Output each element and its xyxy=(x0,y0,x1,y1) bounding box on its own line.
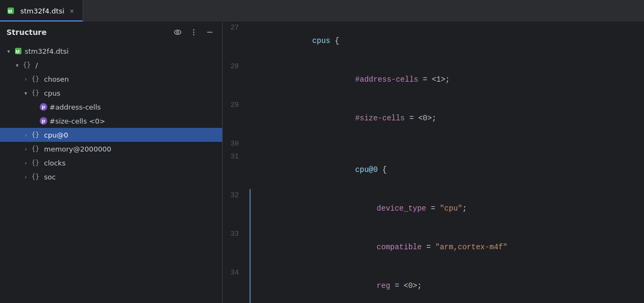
code-line-30: 30 xyxy=(223,138,644,150)
code-line-27: 27 cpus { xyxy=(223,21,644,60)
code-line-31: 31 cpu@0 { xyxy=(223,150,644,189)
tree-arrow-root xyxy=(4,47,13,55)
gutter-30 xyxy=(250,138,254,150)
tree-item-soc[interactable]: {} soc xyxy=(0,170,222,184)
code-line-29: 29 #size-cells = <0>; xyxy=(223,99,644,138)
braces-icon-clocks: {} xyxy=(31,158,40,167)
line-num-32: 32 xyxy=(223,189,250,228)
tab-bar: M stm32f4.dtsi × xyxy=(0,0,644,21)
tree-item-address-cells[interactable]: p #address-cells xyxy=(0,100,222,114)
braces-icon-cpu0: {} xyxy=(31,131,40,139)
tree-label-root-file: stm32f4.dtsi xyxy=(25,47,69,55)
tab-close-button[interactable]: × xyxy=(68,6,76,15)
tree-arrow-slash xyxy=(13,61,21,69)
gutter-34 xyxy=(250,266,254,303)
svg-point-2 xyxy=(174,30,181,34)
braces-icon-chosen: {} xyxy=(31,75,40,83)
svg-point-4 xyxy=(193,29,194,30)
more-options-icon-button[interactable] xyxy=(188,26,200,38)
sidebar-actions xyxy=(172,26,216,38)
prop-icon-address-cells: p xyxy=(40,103,47,111)
code-line-28: 28 #address-cells = <1>; xyxy=(223,60,644,99)
tree-label-address-cells: #address-cells xyxy=(49,103,101,111)
tree-arrow-memory xyxy=(21,145,30,153)
tree-item-memory[interactable]: {} memory@2000000 xyxy=(0,142,222,156)
braces-icon-memory: {} xyxy=(31,145,40,153)
tree-item-root-slash[interactable]: {} / xyxy=(0,58,222,72)
svg-point-6 xyxy=(193,34,194,35)
dtsi-icon: M xyxy=(14,47,23,55)
code-line-33: 33 compatible = "arm,cortex-m4f" xyxy=(223,228,644,266)
tree-arrow-chosen xyxy=(21,75,30,83)
line-content-34: reg = <0>; xyxy=(254,266,644,303)
tree-item-clocks[interactable]: {} clocks xyxy=(0,156,222,170)
tree-item-cpu0[interactable]: {} cpu@0 xyxy=(0,128,222,142)
code-line-32: 32 device_type = "cpu"; xyxy=(223,189,644,228)
tab-label: stm32f4.dtsi xyxy=(20,7,64,15)
braces-icon-slash: {} xyxy=(23,61,31,69)
editor-content[interactable]: 27 cpus { 28 #address-cells = <1>; xyxy=(223,21,644,303)
tree-arrow-clocks xyxy=(21,158,30,167)
tree-arrow-cpu0 xyxy=(21,131,30,139)
tree-label-clocks: clocks xyxy=(44,159,65,167)
gutter-32 xyxy=(250,189,254,228)
code-line-34: 34 reg = <0>; xyxy=(223,266,644,303)
tree-arrow-cpus xyxy=(21,89,30,97)
sidebar: Structure xyxy=(0,21,223,303)
tree-label-cpus: cpus xyxy=(44,89,60,97)
tab-stm32f4-dtsi[interactable]: M stm32f4.dtsi × xyxy=(0,0,83,21)
line-content-28: #address-cells = <1>; xyxy=(254,60,644,99)
svg-point-3 xyxy=(177,31,179,33)
line-num-29: 29 xyxy=(223,99,250,138)
tree-item-size-cells[interactable]: p #size-cells <0> xyxy=(0,114,222,128)
line-content-27: cpus { xyxy=(254,21,644,60)
line-num-27: 27 xyxy=(223,21,250,60)
gutter-31 xyxy=(250,150,254,189)
dtsi-file-icon: M xyxy=(6,6,15,15)
sidebar-tree: M stm32f4.dtsi {} / {} chosen {} xyxy=(0,43,222,303)
prop-icon-size-cells: p xyxy=(40,117,47,125)
tree-label-chosen: chosen xyxy=(44,75,69,83)
braces-icon-cpus: {} xyxy=(31,89,40,97)
tree-item-chosen[interactable]: {} chosen xyxy=(0,72,222,86)
code-lines: 27 cpus { 28 #address-cells = <1>; xyxy=(223,21,644,303)
sidebar-header: Structure xyxy=(0,21,222,43)
tree-label-cpu0: cpu@0 xyxy=(44,131,68,139)
minimize-icon-button[interactable] xyxy=(204,26,216,38)
gutter-28 xyxy=(250,60,254,99)
svg-text:M: M xyxy=(16,49,20,54)
svg-point-5 xyxy=(193,32,194,33)
line-content-31: cpu@0 { xyxy=(254,150,644,189)
line-num-33: 33 xyxy=(223,228,250,266)
tree-item-root-file[interactable]: M stm32f4.dtsi xyxy=(0,44,222,58)
editor-area: 27 cpus { 28 #address-cells = <1>; xyxy=(223,21,644,303)
tree-label-size-cells: #size-cells <0> xyxy=(49,117,105,125)
line-num-28: 28 xyxy=(223,60,250,99)
line-content-32: device_type = "cpu"; xyxy=(254,189,644,228)
tree-item-cpus[interactable]: {} cpus xyxy=(0,86,222,100)
line-num-34: 34 xyxy=(223,266,250,303)
gutter-27 xyxy=(250,21,254,60)
gutter-33 xyxy=(250,228,254,266)
eye-icon-button[interactable] xyxy=(172,26,184,38)
line-content-29: #size-cells = <0>; xyxy=(254,99,644,138)
sidebar-title: Structure xyxy=(6,28,47,37)
line-num-30: 30 xyxy=(223,138,250,150)
line-num-31: 31 xyxy=(223,150,250,189)
gutter-29 xyxy=(250,99,254,138)
main-layout: Structure xyxy=(0,21,644,303)
braces-icon-soc: {} xyxy=(31,172,40,181)
tree-arrow-soc xyxy=(21,172,30,181)
svg-text:M: M xyxy=(8,9,12,14)
line-content-30 xyxy=(254,138,644,150)
tree-label-soc: soc xyxy=(44,173,56,181)
line-content-33: compatible = "arm,cortex-m4f" xyxy=(254,228,644,266)
tree-label-slash: / xyxy=(35,61,38,69)
tree-label-memory: memory@2000000 xyxy=(44,145,111,153)
